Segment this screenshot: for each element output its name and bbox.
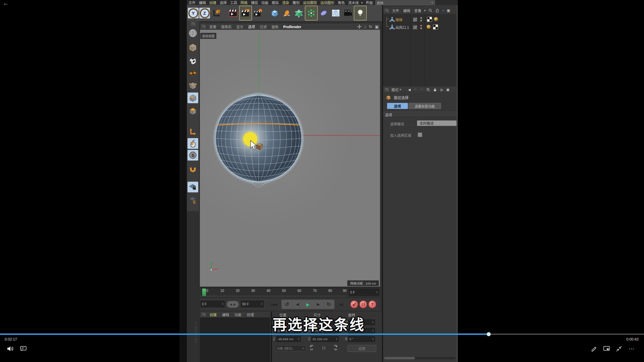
snap-settings-icon[interactable]: S [187, 150, 198, 161]
om-menu-file[interactable]: 文件 [390, 8, 401, 13]
undo-z-button[interactable]: Z [199, 8, 210, 18]
display-override-toggle[interactable] [413, 17, 417, 22]
axis-toggle-icon[interactable] [187, 126, 198, 137]
seek-handle[interactable] [487, 332, 491, 336]
menu-select[interactable]: 选择 [218, 0, 228, 5]
step-back-icon[interactable]: ◀ [230, 303, 232, 306]
apply-button[interactable]: 应用 [347, 345, 376, 352]
select-mode-dropdown[interactable]: 实时路径 [417, 120, 458, 126]
viewport-rotate-icon[interactable]: ↻ [368, 24, 374, 29]
menu-snap[interactable]: 捕捉 [249, 0, 260, 5]
palette-grip[interactable] [187, 22, 198, 26]
menu-file[interactable]: 文件 [187, 0, 197, 5]
menu-character[interactable]: 角色 [336, 0, 346, 5]
viewport-maximize-icon[interactable]: ▣ [374, 24, 380, 29]
attributes-grip[interactable] [384, 88, 389, 92]
render-visibility-dot[interactable] [420, 27, 422, 29]
om-menu-view[interactable]: 查看 [412, 8, 423, 13]
om-home-icon[interactable] [434, 8, 441, 12]
om-menu-edit[interactable]: 编辑 [401, 8, 412, 13]
viewport-canvas[interactable]: 透视视图 网格间距 : 100 cm [200, 30, 380, 287]
am-window-icon[interactable]: ▣ [445, 88, 451, 92]
pos-z-field[interactable]: -45.669 cm▲▼ [276, 336, 301, 342]
undo-y-button[interactable]: Y [188, 8, 199, 18]
prev-key-button[interactable]: ↺ [285, 301, 289, 307]
editor-visibility-dot[interactable] [420, 17, 422, 19]
spinner-down-icon[interactable]: ▼ [261, 304, 262, 305]
am-history-redo-icon[interactable]: ↷ [418, 88, 424, 92]
spinner-down-icon[interactable]: ▼ [222, 304, 223, 305]
editor-visibility-dot[interactable] [420, 25, 422, 26]
magnet-snap-icon[interactable] [187, 164, 198, 175]
menu-sculpt[interactable]: 雕刻 [291, 0, 301, 5]
caption-button[interactable] [19, 345, 27, 352]
menu-simulate[interactable]: 模拟 [270, 0, 280, 5]
rotate-redo-button[interactable]: ↷30 [334, 345, 337, 351]
render-view-icon[interactable] [227, 6, 239, 20]
render-picture-viewer-icon[interactable] [239, 6, 252, 20]
size-z-field[interactable]: 91.102 cm▲▼ [311, 336, 339, 342]
frame-step-buttons[interactable]: ◀ ▶ [227, 301, 239, 308]
texture-tag-icon[interactable] [433, 24, 438, 29]
object-manager-grip[interactable] [384, 9, 389, 12]
subdivision-surface-icon[interactable] [293, 6, 305, 20]
volume-button[interactable] [7, 345, 14, 352]
render-visibility-dot[interactable] [420, 20, 422, 21]
object-row-vent[interactable]: 出风口.1 [383, 24, 457, 31]
back-icon[interactable]: ← [3, 0, 8, 6]
object-row-sphere[interactable]: 球体 [383, 16, 457, 23]
menu-pipeline[interactable]: 流水线 [346, 0, 361, 5]
workplane-icon[interactable] [187, 68, 198, 78]
menubar-expand-icon[interactable]: ▶ [361, 1, 364, 4]
mograph-cloner-icon[interactable] [305, 6, 318, 20]
viewport-zoom-icon[interactable]: ↕ [363, 24, 368, 29]
menu-create[interactable]: 创建 [208, 0, 218, 5]
floor-environment-icon[interactable] [330, 6, 342, 20]
am-target-icon[interactable]: ◎ [438, 88, 445, 92]
render-settings-icon[interactable] [252, 6, 264, 20]
om-expand-icon[interactable]: ▶ [423, 9, 427, 12]
vp-menu-filter[interactable]: 过滤 [258, 24, 269, 29]
ruler-frame-field[interactable]: 0 F ▲▼ [349, 289, 379, 296]
make-editable-icon[interactable] [187, 26, 198, 40]
workplane-mode-icon[interactable]: () [187, 194, 198, 205]
am-mode-menu[interactable]: 模式 [390, 87, 400, 92]
om-window-icon[interactable]: ▣ [446, 8, 451, 13]
tab-options[interactable]: 选项 [387, 103, 408, 109]
exit-fullscreen-button[interactable] [615, 345, 623, 352]
display-override-toggle[interactable] [413, 25, 417, 29]
menu-render[interactable]: 渲染 [280, 0, 291, 5]
goto-start-button[interactable]: |◀◀ [269, 300, 279, 309]
add-primitive-icon[interactable] [269, 6, 281, 20]
vp-menu-view[interactable]: 查看 [207, 24, 219, 29]
tab-selection-tag[interactable]: 选集标签功能 [409, 103, 441, 109]
object-name[interactable]: 出风口.1 [395, 25, 409, 30]
viewport-pan-icon[interactable] [356, 24, 363, 29]
prev-frame-button[interactable]: ◀( [296, 303, 299, 306]
menu-mesh[interactable]: 网格 [239, 0, 249, 5]
current-frame-field[interactable]: 0 F ▲▼ [201, 301, 225, 307]
phong-tag-icon[interactable] [434, 17, 438, 21]
am-lock-icon[interactable] [432, 88, 438, 92]
goto-end-button[interactable]: ▶| [337, 300, 347, 309]
vp-menu-camera[interactable]: 摄像机 [219, 24, 234, 29]
menu-motion-tracker[interactable]: 运动跟踪 [301, 0, 319, 5]
menu-animate[interactable]: 动画 [260, 0, 270, 5]
vp-menu-panel[interactable]: 面板 [269, 24, 281, 29]
om-minimize-icon[interactable]: − [441, 8, 445, 12]
record-keyframe-button[interactable] [350, 300, 358, 308]
texture-mode-icon[interactable] [187, 55, 198, 66]
edges-mode-icon[interactable] [187, 93, 198, 103]
options-section-header[interactable]: 选项 [383, 112, 458, 117]
camera-icon[interactable] [342, 6, 354, 20]
seek-bar[interactable] [0, 334, 644, 335]
rot-b-field[interactable]: 0 °▲▼ [348, 336, 375, 342]
rotate-undo-button[interactable]: ↶10 [310, 345, 313, 351]
vp-menu-options[interactable]: 选项 [246, 24, 258, 29]
range-end-field[interactable]: 90 F ▲▼ [241, 301, 264, 307]
viewport-grip[interactable] [201, 25, 206, 28]
interface-dropdown[interactable]: 启动 ▼ [375, 0, 435, 5]
menu-tools[interactable]: 工具 [228, 0, 239, 5]
texture-tag-icon[interactable] [427, 17, 432, 22]
panel-vscrollbar[interactable] [457, 5, 458, 362]
